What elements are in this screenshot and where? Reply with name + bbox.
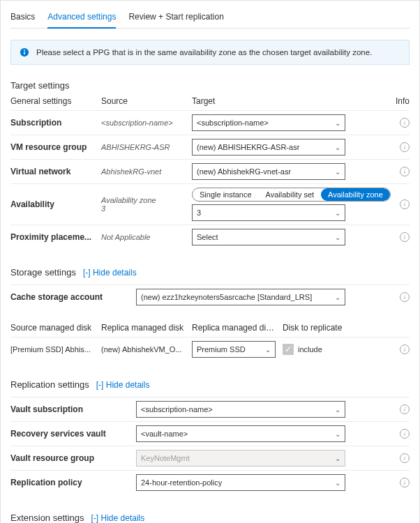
seg-single-instance[interactable]: Single instance: [193, 188, 259, 201]
label-availability: Availability: [10, 199, 101, 209]
tabs-bar: Basics Advanced settings Review + Start …: [10, 9, 410, 29]
disk-header-replicate: Disk to replicate: [283, 323, 359, 333]
chevron-down-icon: ⌄: [335, 294, 340, 301]
info-icon-subscription[interactable]: i: [400, 118, 410, 128]
info-icon-vm-rg[interactable]: i: [400, 142, 410, 152]
tab-review-start[interactable]: Review + Start replication: [128, 9, 223, 28]
select-ppg[interactable]: Select ⌄: [192, 229, 345, 245]
disk-header-source: Source managed disk: [10, 323, 101, 333]
info-icon-vault-rg[interactable]: i: [400, 453, 410, 463]
source-vm-rg: ABHISHEKRG-ASR: [101, 143, 192, 151]
select-subscription[interactable]: <subscription-name> ⌄: [192, 114, 345, 131]
chevron-down-icon: ⌄: [265, 346, 271, 354]
hide-details-storage[interactable]: [-] Hide details: [83, 268, 137, 278]
label-ppg: Proximity placeme...: [10, 232, 101, 242]
select-vault-sub[interactable]: <subscription-name> ⌄: [136, 401, 345, 418]
disk-replica: (new) AbhishekVM_O...: [101, 345, 192, 354]
select-vm-rg[interactable]: (new) ABHISHEKRG-ASR-asr ⌄: [192, 139, 345, 156]
source-vnet: AbhishekRG-vnet: [101, 167, 192, 176]
label-vnet: Virtual network: [10, 167, 101, 176]
source-availability: Availability zone 3: [101, 196, 192, 213]
checkmark-icon: ✓: [285, 344, 292, 354]
chevron-down-icon: ⌄: [335, 209, 340, 217]
select-replication-policy[interactable]: 24-hour-retention-policy ⌄: [136, 474, 345, 491]
chevron-down-icon: ⌄: [335, 479, 340, 487]
info-icon: [20, 47, 29, 57]
section-title-target: Target settings: [10, 80, 410, 91]
hide-details-extension[interactable]: [-] Hide details: [91, 513, 145, 523]
header-target: Target: [192, 96, 345, 106]
tab-advanced-settings[interactable]: Advanced settings: [47, 9, 116, 29]
seg-availability-set[interactable]: Availability set: [259, 188, 322, 201]
select-recovery-vault[interactable]: <vault-name> ⌄: [136, 425, 345, 442]
checkbox-include[interactable]: ✓: [283, 344, 294, 355]
label-subscription: Subscription: [10, 118, 101, 128]
select-cache-storage[interactable]: (new) ezz1hzkeynoters5asrcache [Standard…: [136, 289, 345, 305]
source-ppg: Not Applicable: [101, 233, 192, 241]
label-recovery-vault: Recovery services vault: [10, 429, 136, 439]
info-banner: Please select a PPG that is in the same …: [10, 40, 410, 65]
info-icon-policy[interactable]: i: [400, 478, 410, 487]
disk-header-replica: Replica managed disk: [101, 323, 192, 333]
chevron-down-icon: ⌄: [335, 234, 340, 241]
chevron-down-icon: ⌄: [335, 144, 340, 151]
svg-rect-1: [24, 52, 24, 54]
info-icon-ppg[interactable]: i: [400, 232, 410, 242]
label-vault-sub: Vault subscription: [10, 404, 136, 414]
section-title-replication: Replication settings: [10, 379, 89, 390]
header-info: Info: [345, 96, 410, 106]
label-cache-storage: Cache storage account: [10, 292, 136, 302]
disk-header-replica-type: Replica managed dis...: [192, 323, 283, 333]
info-icon-vault[interactable]: i: [400, 429, 410, 439]
info-icon-vault-sub[interactable]: i: [400, 404, 410, 414]
section-title-storage: Storage settings: [10, 267, 76, 278]
section-title-extension: Extension settings: [10, 513, 84, 523]
hide-details-replication[interactable]: [-] Hide details: [96, 380, 150, 390]
header-general: General settings: [10, 96, 101, 106]
tab-basics[interactable]: Basics: [10, 9, 35, 28]
label-replication-policy: Replication policy: [10, 478, 136, 487]
header-source: Source: [101, 96, 192, 106]
chevron-down-icon: ⌄: [335, 406, 340, 414]
chevron-down-icon: ⌄: [335, 168, 340, 176]
select-vault-rg: KeyNoteMgmt ⌄: [136, 450, 345, 467]
info-banner-text: Please select a PPG that is in the same …: [36, 48, 372, 56]
select-disk-type[interactable]: Premium SSD ⌄: [192, 341, 276, 358]
info-icon-vnet[interactable]: i: [400, 167, 410, 176]
chevron-down-icon: ⌄: [335, 455, 340, 462]
info-icon-disk[interactable]: i: [400, 344, 410, 354]
chevron-down-icon: ⌄: [335, 119, 340, 127]
label-vm-rg: VM resource group: [10, 142, 101, 152]
select-vnet[interactable]: (new) AbhishekRG-vnet-asr ⌄: [192, 163, 345, 180]
svg-point-2: [24, 50, 25, 51]
source-subscription: <subscription-name>: [101, 119, 192, 127]
select-availability-zone[interactable]: 3 ⌄: [192, 204, 345, 221]
label-vault-rg: Vault resource group: [10, 453, 136, 463]
info-icon-availability[interactable]: i: [400, 199, 410, 209]
chevron-down-icon: ⌄: [335, 430, 340, 438]
disk-source: [Premium SSD] Abhis...: [10, 345, 101, 354]
info-icon-cache[interactable]: i: [400, 292, 410, 302]
